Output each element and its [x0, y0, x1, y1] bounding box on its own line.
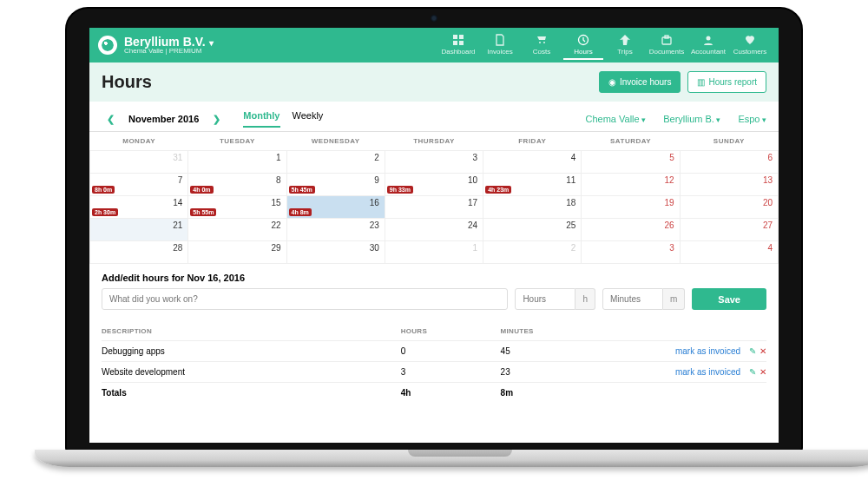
calendar-day[interactable]: 28 [90, 241, 188, 264]
nav-invoices[interactable]: Invoices [480, 30, 520, 60]
app-logo-icon [98, 36, 117, 55]
accountant-icon [702, 34, 714, 46]
table-row: Debugging apps045mark as invoiced✎✕ [102, 341, 766, 362]
calendar-day[interactable]: 31 [90, 151, 188, 174]
calendar-day[interactable]: 23 [286, 219, 385, 241]
nav-hours[interactable]: Hours [563, 30, 603, 60]
delete-icon[interactable]: ✕ [760, 346, 766, 356]
hours-report-button[interactable]: ▥ Hours report [687, 71, 766, 93]
calendar-day[interactable]: 12 [582, 174, 680, 196]
calendar-day[interactable]: 20 [680, 196, 778, 219]
laptop-camera [431, 15, 437, 22]
dashboard-icon [452, 34, 464, 46]
next-period-button[interactable]: ❯ [207, 114, 226, 125]
delete-icon[interactable]: ✕ [760, 367, 766, 377]
calendar-day[interactable]: 1 [385, 241, 483, 264]
minutes-suffix: m [663, 288, 685, 310]
page-title: Hours [102, 72, 152, 92]
edit-icon[interactable]: ✎ [749, 346, 756, 356]
calendar-day[interactable]: 164h 8m [286, 196, 385, 219]
nav-dashboard[interactable]: Dashboard [438, 30, 478, 60]
calendar-day[interactable]: 3 [582, 241, 680, 264]
calendar-day[interactable]: 21 [90, 219, 188, 241]
user-filter[interactable]: Chema Valle [586, 114, 647, 124]
calendar-day[interactable]: 13 [680, 174, 778, 196]
dow-header: THURSDAY [385, 132, 483, 151]
col-minutes: MINUTES [501, 322, 601, 341]
minutes-input[interactable] [602, 288, 663, 310]
prev-period-button[interactable]: ❮ [102, 114, 120, 125]
nav-costs[interactable]: Costs [522, 30, 562, 60]
calendar-day[interactable]: 19 [582, 196, 680, 219]
cell-hours: 0 [401, 341, 501, 362]
customers-icon [744, 34, 756, 46]
company-switcher[interactable]: Beryllium B.V. ▾ Chema Valle | PREMIUM [124, 36, 214, 55]
dow-header: SATURDAY [582, 132, 680, 151]
calendar-day[interactable]: 142h 30m [90, 196, 188, 219]
hours-badge: 9h 33m [387, 186, 413, 194]
cell-desc: Website development [102, 362, 401, 383]
hours-badge: 4h 0m [190, 186, 213, 194]
dow-header: MONDAY [90, 132, 188, 151]
calendar: MONDAYTUESDAYWEDNESDAYTHURSDAYFRIDAYSATU… [89, 132, 779, 264]
save-button[interactable]: Save [692, 288, 766, 310]
calendar-day[interactable]: 2 [483, 241, 582, 264]
cell-mins: 23 [501, 362, 601, 383]
clock-icon: ◉ [608, 77, 616, 87]
topbar: Beryllium B.V. ▾ Chema Valle | PREMIUM D… [89, 28, 779, 62]
calendar-day[interactable]: 95h 45m [286, 174, 385, 196]
calendar-day[interactable]: 4 [483, 151, 582, 174]
calendar-day[interactable]: 78h 0m [90, 174, 188, 196]
dow-header: TUESDAY [188, 132, 286, 151]
hours-badge: 2h 30m [92, 208, 118, 216]
calendar-day[interactable]: 25 [483, 219, 582, 241]
hours-badge: 5h 55m [190, 208, 216, 216]
calendar-day[interactable]: 26 [582, 219, 680, 241]
mark-invoiced-link[interactable]: mark as invoiced [675, 367, 740, 377]
calendar-day[interactable]: 24 [385, 219, 483, 241]
calendar-day[interactable]: 6 [680, 151, 778, 174]
calendar-day[interactable]: 5 [582, 151, 680, 174]
hours-badge: 5h 45m [289, 186, 315, 194]
calendar-day[interactable]: 155h 55m [188, 196, 286, 219]
calendar-day[interactable]: 29 [188, 241, 286, 264]
svg-point-7 [707, 36, 711, 41]
totals-row: Totals4h8m [102, 383, 766, 404]
nav-accountant[interactable]: Accountant [688, 30, 728, 60]
svg-rect-2 [453, 41, 457, 45]
calendar-day[interactable]: 18 [483, 196, 582, 219]
edit-icon[interactable]: ✎ [749, 367, 756, 377]
calendar-day[interactable]: 3 [385, 151, 483, 174]
svg-rect-0 [453, 35, 457, 39]
cell-hours: 3 [401, 362, 501, 383]
svg-rect-1 [459, 35, 464, 39]
calendar-day[interactable]: 17 [385, 196, 483, 219]
hours-badge: 8h 0m [92, 186, 115, 194]
trips-icon [619, 34, 631, 46]
hours-badge: 4h 23m [485, 186, 511, 194]
calendar-day[interactable]: 1 [188, 151, 286, 174]
project-filter[interactable]: Espo [738, 114, 766, 124]
svg-rect-3 [459, 41, 464, 45]
tab-weekly[interactable]: Weekly [293, 110, 324, 128]
tab-monthly[interactable]: Monthly [243, 110, 279, 128]
calendar-day[interactable]: 22 [188, 219, 286, 241]
hours-input[interactable] [515, 288, 575, 310]
nav-documents[interactable]: Documents [647, 30, 687, 60]
calendar-day[interactable]: 30 [286, 241, 385, 264]
form-heading: Add/edit hours for Nov 16, 2016 [102, 273, 766, 283]
nav-customers[interactable]: Customers [730, 30, 770, 60]
calendar-day[interactable]: 114h 23m [483, 174, 582, 196]
description-input[interactable] [102, 288, 508, 310]
hours-table: DESCRIPTION HOURS MINUTES Debugging apps… [102, 322, 766, 403]
nav-trips[interactable]: Trips [605, 30, 645, 60]
calendar-day[interactable]: 4 [680, 241, 778, 264]
invoice-hours-button[interactable]: ◉ Invoice hours [599, 71, 681, 93]
hours-icon [577, 34, 589, 46]
mark-invoiced-link[interactable]: mark as invoiced [675, 346, 740, 356]
calendar-day[interactable]: 109h 33m [385, 174, 483, 196]
calendar-day[interactable]: 2 [286, 151, 385, 174]
calendar-day[interactable]: 84h 0m [188, 174, 286, 196]
company-filter[interactable]: Beryllium B. [663, 114, 720, 124]
calendar-day[interactable]: 27 [680, 219, 778, 241]
